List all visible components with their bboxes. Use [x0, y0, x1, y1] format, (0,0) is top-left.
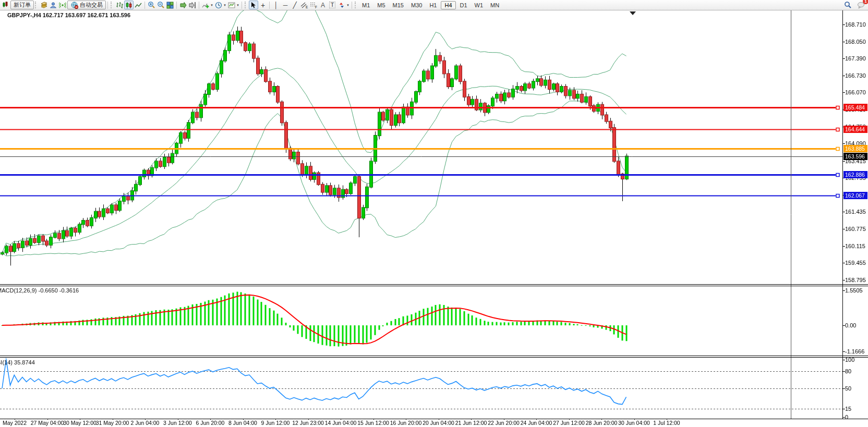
hline-price-badge: 162.067: [843, 192, 867, 199]
text-icon[interactable]: A: [318, 1, 328, 9]
time-tick-label: 6 Jun 20:00: [196, 420, 225, 426]
chart-shift-icon[interactable]: [188, 1, 197, 9]
time-tick-label: 28 Jun 20:00: [586, 420, 618, 426]
price-tick-label: 166.730: [845, 72, 866, 79]
charts-stack-icon[interactable]: [39, 1, 49, 9]
notification-badge: 1: [863, 0, 868, 4]
tab-timeframe-w1[interactable]: W1: [472, 1, 487, 9]
profile-icon[interactable]: [49, 1, 58, 9]
time-tick-label: 20 Jun 04:00: [423, 420, 454, 426]
time-tick-label: 21 Jun 12:00: [455, 420, 487, 426]
price-tick-label: 160.775: [845, 226, 866, 232]
zoom-in-icon[interactable]: [147, 1, 156, 9]
toolbar-grip[interactable]: [35, 2, 38, 8]
chart-window-icon[interactable]: [1, 1, 10, 9]
line-chart-icon[interactable]: [134, 1, 143, 9]
time-tick-label: 15 Jun 12:00: [357, 420, 389, 426]
new-order-label: 新订单: [14, 1, 31, 9]
macd-tick-label: 0.00: [845, 322, 856, 328]
macd-label: MACD(12,26,9) -0.6650 -0.3616: [0, 287, 79, 294]
horizontal-line-icon[interactable]: ─: [281, 1, 290, 9]
text-label-icon[interactable]: T: [328, 1, 337, 9]
time-tick-label: 3 Jun 12:00: [163, 420, 192, 426]
timeframe-toolbar: M1M5M15M30H1H4D1W1MN: [359, 1, 502, 9]
price-tick-label: 159.455: [845, 260, 866, 266]
time-tick-label: 30 Jun 04:00: [618, 420, 650, 426]
tile-windows-icon[interactable]: [165, 1, 175, 9]
time-tick-label: 16 Jun 20:00: [390, 420, 422, 426]
zoom-out-icon[interactable]: [156, 1, 165, 9]
time-tick-label: May 2022: [3, 420, 27, 426]
toolbar: 新订单 自动交易: [0, 0, 868, 10]
hline-price-badge: 163.885: [843, 145, 867, 152]
rsi-tick-label: 15: [845, 406, 851, 412]
time-tick-label: 27 May 04:00: [31, 420, 64, 426]
price-tick-label: 168.050: [845, 39, 866, 45]
bid-price-badge: 163.596: [843, 153, 867, 160]
time-tick-label: 30 May 12:00: [63, 420, 97, 426]
indicators-icon[interactable]: [201, 1, 210, 9]
toolbar-separator: [199, 2, 199, 9]
arrows-dropdown-icon[interactable]: ▾: [346, 3, 350, 7]
tab-timeframe-h4[interactable]: H4: [441, 1, 455, 9]
mt4-window: 新订单 自动交易: [0, 0, 868, 427]
hline-price-badge: 165.484: [843, 104, 867, 111]
templates-dropdown-icon[interactable]: ▾: [236, 3, 240, 7]
toolbar-separator: [352, 2, 352, 9]
time-tick-label: 2 Jun 04:00: [131, 420, 160, 426]
templates-icon[interactable]: [227, 1, 236, 9]
fibonacci-icon[interactable]: F: [309, 1, 318, 9]
tab-timeframe-m30[interactable]: M30: [408, 1, 425, 9]
time-tick-label: 8 Jun 04:00: [228, 420, 257, 426]
toolbar-separator: [107, 2, 108, 9]
cursor-icon[interactable]: [249, 1, 258, 9]
macd-tick-label: -1.1666: [845, 348, 864, 355]
rsi-tick-label: 80: [845, 368, 851, 374]
toolbar-grip[interactable]: [245, 2, 247, 8]
periods-dropdown-icon[interactable]: ▾: [223, 3, 227, 7]
chat-icon[interactable]: 1: [857, 1, 866, 9]
rsi-label: SI(14) 35.8744: [0, 359, 35, 365]
hline-price-badge: 162.886: [843, 171, 867, 178]
arrows-icon[interactable]: [337, 1, 346, 9]
auto-scroll-icon[interactable]: [178, 1, 188, 9]
toolbar-grip[interactable]: [111, 2, 113, 8]
tab-timeframe-m1[interactable]: M1: [359, 1, 373, 9]
price-tick-label: 160.115: [845, 243, 865, 249]
new-order-button[interactable]: 新订单: [10, 1, 34, 9]
hline-price-badge: 164.644: [843, 126, 867, 133]
trendline-icon[interactable]: ╱: [290, 1, 299, 9]
tab-timeframe-m5[interactable]: M5: [374, 1, 388, 9]
tab-timeframe-m15[interactable]: M15: [390, 1, 407, 9]
equidistant-channel-icon[interactable]: E: [299, 1, 309, 9]
indicators-dropdown-icon[interactable]: ▾: [210, 3, 214, 7]
tab-timeframe-d1[interactable]: D1: [457, 1, 471, 9]
periods-clock-icon[interactable]: [214, 1, 223, 9]
bar-chart-icon[interactable]: [115, 1, 124, 9]
chart-title: GBPJPY-,H4 162.717 163.697 162.671 163.5…: [7, 12, 130, 18]
price-tick-label: 167.390: [845, 55, 866, 62]
time-tick-label: 14 Jun 04:00: [325, 420, 357, 426]
toolbar-separator: [269, 2, 270, 9]
price-tick-label: 168.710: [845, 21, 866, 28]
price-tick-label: 166.070: [845, 89, 866, 95]
autotrading-button[interactable]: 自动交易: [67, 1, 106, 9]
vertical-line-icon[interactable]: │: [271, 1, 281, 9]
tab-timeframe-mn[interactable]: MN: [487, 1, 502, 9]
time-tick-label: 27 Jun 12:00: [553, 420, 585, 426]
rsi-tick-label: 0: [845, 414, 848, 420]
signal-icon[interactable]: [58, 1, 67, 9]
tab-timeframe-h1[interactable]: H1: [426, 1, 440, 9]
toolbar-separator: [144, 2, 145, 9]
time-tick-label: 1 Jul 12:00: [653, 420, 680, 426]
time-tick-label: 22 Jun 20:00: [488, 420, 520, 426]
price-chart-canvas[interactable]: [0, 10, 868, 420]
toolbar-grip[interactable]: [355, 2, 357, 8]
candlestick-icon[interactable]: [124, 1, 134, 9]
autotrading-globe-icon: [70, 1, 78, 9]
rsi-tick-label: 100: [845, 357, 854, 363]
search-icon[interactable]: [843, 1, 852, 9]
time-tick-label: 24 Jun 04:00: [521, 420, 552, 426]
crosshair-icon[interactable]: +: [258, 1, 268, 9]
macd-tick-label: 1.5505: [845, 287, 863, 294]
